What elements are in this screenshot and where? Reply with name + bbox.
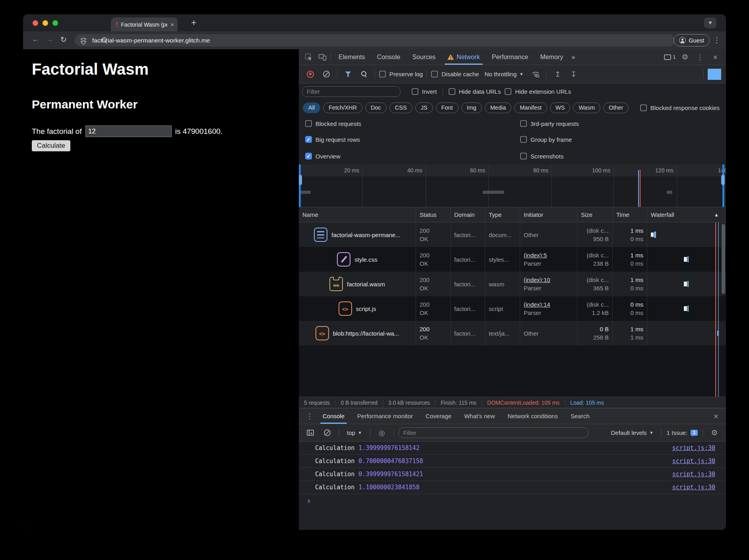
drawer-tab-network-conditions[interactable]: Network conditions: [501, 408, 564, 424]
address-bar[interactable]: factorial-wasm-permanent-worker.glitch.m…: [75, 34, 675, 46]
new-tab-button[interactable]: +: [191, 17, 196, 28]
chip-all[interactable]: All: [303, 102, 320, 113]
table-scrollbar[interactable]: [722, 224, 725, 294]
filter-toggle-button[interactable]: [341, 69, 355, 80]
initiator-link[interactable]: (index):14: [524, 300, 573, 309]
initiator-link[interactable]: (index):5: [524, 251, 573, 259]
network-overview-timeline[interactable]: 20 ms 40 ms 60 ms 80 ms 100 ms 120 ms 14…: [299, 164, 726, 207]
issues-counter[interactable]: 1 Issue:1: [666, 429, 698, 436]
close-devtools-icon[interactable]: ×: [708, 52, 722, 63]
clear-network-log-button[interactable]: [319, 69, 333, 80]
drawer-tab-performance-monitor[interactable]: Performance monitor: [351, 408, 419, 424]
column-header-size[interactable]: Size: [577, 207, 613, 222]
chip-manifest[interactable]: Manifest: [514, 102, 547, 113]
clear-console-button[interactable]: [320, 427, 334, 438]
device-toolbar-icon[interactable]: [315, 52, 329, 63]
issues-button[interactable]: 1: [663, 52, 677, 63]
close-tab-icon[interactable]: ×: [170, 21, 174, 27]
chip-js[interactable]: JS: [415, 102, 433, 113]
back-button[interactable]: ←: [32, 35, 39, 44]
record-network-log-button[interactable]: [304, 69, 317, 80]
site-settings-icon[interactable]: [80, 38, 87, 43]
close-drawer-icon[interactable]: ×: [709, 411, 723, 422]
table-row[interactable]: script.js 200OK factori... script (index…: [299, 296, 726, 321]
tab-elements[interactable]: Elements: [333, 49, 371, 65]
invert-checkbox[interactable]: Invert: [412, 88, 437, 95]
hide-data-urls-checkbox[interactable]: Hide data URLs: [449, 88, 501, 95]
throttling-select[interactable]: No throttling▼: [484, 71, 523, 77]
drawer-tab-search[interactable]: Search: [564, 408, 596, 424]
source-link[interactable]: script.js:30: [672, 484, 715, 491]
console-message[interactable]: Calculation 1.100000023841858 script.js:…: [299, 481, 726, 494]
more-tabs-button[interactable]: »: [569, 49, 577, 65]
third-party-requests-checkbox[interactable]: 3rd-party requests: [520, 120, 579, 127]
tab-sources[interactable]: Sources: [406, 49, 441, 65]
chip-wasm[interactable]: Wasm: [573, 102, 600, 113]
timeline-left-handle[interactable]: [299, 164, 301, 207]
column-header-waterfall[interactable]: Waterfall▲: [647, 207, 726, 222]
source-link[interactable]: script.js:30: [672, 471, 715, 478]
blocked-requests-checkbox[interactable]: Blocked requests: [305, 120, 361, 127]
chip-ws[interactable]: WS: [550, 102, 570, 113]
console-sidebar-toggle-icon[interactable]: [304, 427, 317, 438]
column-header-status[interactable]: Status: [416, 207, 451, 222]
hide-extension-urls-checkbox[interactable]: Hide extension URLs: [505, 88, 571, 95]
column-header-type[interactable]: Type: [485, 207, 520, 222]
overview-checkbox[interactable]: ✓Overview: [305, 153, 341, 160]
disable-cache-checkbox[interactable]: Disable cache: [431, 71, 479, 77]
tab-performance[interactable]: Performance: [486, 49, 534, 65]
timeline-right-handle[interactable]: [722, 164, 724, 207]
reload-button[interactable]: ↻: [60, 35, 67, 44]
browser-tab[interactable]: ! Factorial Wasm (permanent W ×: [111, 17, 178, 31]
browser-menu-button[interactable]: ⋮: [713, 36, 720, 44]
settings-gear-icon[interactable]: ⚙: [678, 52, 692, 63]
drawer-menu-icon[interactable]: ⋮: [303, 411, 316, 422]
network-filter-input[interactable]: [302, 86, 401, 97]
chip-css[interactable]: CSS: [389, 102, 412, 113]
minimize-window-button[interactable]: [43, 20, 48, 26]
console-message[interactable]: Calculation 0.3999999761581421 script.js…: [299, 468, 726, 481]
profile-button[interactable]: Guest: [674, 34, 710, 46]
console-prompt[interactable]: ›: [299, 494, 726, 508]
network-settings-gear-icon[interactable]: ⚙: [708, 69, 721, 80]
execution-context-select[interactable]: top▼: [347, 429, 362, 436]
network-conditions-button[interactable]: [529, 69, 542, 80]
devtools-menu-icon[interactable]: ⋮: [693, 52, 707, 63]
live-expression-icon[interactable]: ◎: [375, 427, 389, 438]
forward-button[interactable]: →: [46, 35, 54, 44]
initiator-link[interactable]: (index):10: [524, 276, 573, 284]
tab-memory[interactable]: Memory: [534, 49, 569, 65]
table-row[interactable]: factorial-wasm-permane... 200OK factori.…: [299, 222, 726, 247]
import-har-button[interactable]: ↥: [551, 69, 564, 80]
console-filter-input[interactable]: [399, 427, 588, 438]
column-header-initiator[interactable]: Initiator: [520, 207, 577, 222]
chip-doc[interactable]: Doc: [365, 102, 387, 113]
console-message[interactable]: Calculation 1.399999976158142 script.js:…: [299, 442, 726, 455]
chip-media[interactable]: Media: [485, 102, 512, 113]
table-row[interactable]: style.css 200OK factori... styles... (in…: [299, 247, 726, 272]
tab-network[interactable]: Network: [441, 49, 486, 65]
export-har-button[interactable]: ↧: [567, 69, 580, 80]
chip-fetch-xhr[interactable]: Fetch/XHR: [323, 102, 362, 113]
log-levels-select[interactable]: Default levels▼: [611, 429, 654, 436]
chip-font[interactable]: Font: [436, 102, 459, 113]
tab-search-button[interactable]: ▾: [704, 17, 716, 28]
maximize-window-button[interactable]: [52, 20, 58, 26]
group-by-frame-checkbox[interactable]: Group by frame: [520, 136, 572, 143]
source-link[interactable]: script.js:30: [672, 444, 715, 452]
close-window-button[interactable]: [33, 20, 38, 26]
inspect-element-icon[interactable]: [302, 52, 315, 63]
chip-other[interactable]: Other: [603, 102, 629, 113]
screenshots-checkbox[interactable]: Screenshots: [520, 153, 563, 160]
table-row[interactable]: blob:https://factorial-wa... 200OK facto…: [299, 321, 726, 346]
column-header-name[interactable]: Name: [299, 207, 416, 222]
chip-img[interactable]: Img: [461, 102, 482, 113]
big-request-rows-checkbox[interactable]: ✓Big request rows: [305, 136, 360, 143]
drawer-tab-console[interactable]: Console: [316, 408, 351, 424]
table-row[interactable]: factorial.wasm 200OK factori... wasm (in…: [299, 272, 726, 296]
console-settings-gear-icon[interactable]: ⚙: [708, 427, 721, 438]
blocked-response-cookies-checkbox[interactable]: Blocked response cookies: [640, 104, 720, 111]
zoom-icon[interactable]: [101, 37, 108, 44]
preserve-log-checkbox[interactable]: Preserve log: [379, 71, 423, 77]
console-message[interactable]: Calculation 0.7000000476837158 script.js…: [299, 455, 726, 468]
